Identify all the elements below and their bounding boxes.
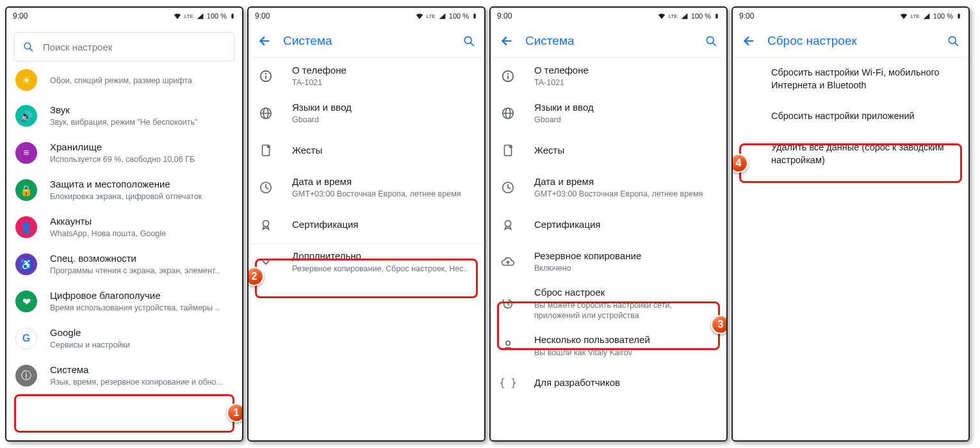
system-list: О телефонеTA-1021 Языки и вводGboard Жес… [491,58,726,440]
reset-icon [500,293,516,315]
wifi-icon [657,12,666,20]
wifi-icon [415,12,424,20]
settings-main-screen: 9:00 LTE 100 % Поиск настроек ☀ Обои, сп… [5,6,243,442]
clock-icon [257,177,274,198]
appbar: Сброс настроек [733,24,968,58]
system-users[interactable]: Несколько пользователейВы вошли как Vita… [491,327,726,364]
clock-icon [500,177,516,198]
system-list: О телефонеTA-1021 Языки и вводGboard Жес… [249,58,484,440]
statusbar: 9:00 LTE 100 % [249,8,484,24]
badge-icon [500,214,516,236]
search-placeholder: Поиск настроек [43,42,226,52]
battery-icon [471,12,478,20]
system-datetime[interactable]: Дата и времяGMT+03:00 Восточная Европа, … [249,169,484,206]
search-button[interactable] [705,35,717,47]
battery-icon [714,12,720,20]
back-button[interactable] [742,34,756,48]
step-badge-1: 1 [227,403,243,422]
accounts-icon: 👤 [15,216,37,238]
globe-icon [500,102,516,124]
statusbar: 9:00 LTE 100 % [6,8,242,24]
setting-system[interactable]: ⓘ Система Язык, время, резервное копиров… [6,357,242,394]
search-button[interactable] [947,35,960,47]
wifi-icon [173,12,182,20]
system-cert[interactable]: Сертификация [491,206,726,243]
reset-factory[interactable]: Удалить все данные (сброс к заводским на… [733,132,968,175]
wellbeing-icon: ❤ [15,291,37,312]
appbar: Система [491,24,726,58]
storage-icon: ≡ [15,142,37,164]
accessibility-icon: ♿ [15,253,37,275]
info-icon [257,65,274,87]
reset-network[interactable]: Сбросить настройки Wi-Fi, мобильного Инт… [733,58,968,100]
lock-icon: 🔒 [15,179,37,201]
settings-list: ☀ Обои, спящий режим, размер шрифта 🔊 Зв… [6,68,242,440]
setting-accounts[interactable]: 👤 Аккаунты WhatsApp, Нова пошта, Google [6,209,242,246]
setting-display[interactable]: ☀ Обои, спящий режим, размер шрифта [6,68,242,97]
status-battery: 100 % [207,12,227,20]
status-lte: LTE [184,13,193,19]
search-button[interactable] [462,35,475,47]
volume-icon: 🔊 [15,105,37,127]
setting-security[interactable]: 🔒 Защита и местоположение Блокировка экр… [6,172,242,209]
signal-icon [196,12,204,20]
status-time: 9:00 [13,12,28,20]
badge-icon [257,214,274,236]
system-lang[interactable]: Языки и вводGboard [249,95,484,132]
back-button[interactable] [257,34,272,48]
system-advanced[interactable]: ДополнительноРезервное копирование, Сбро… [249,243,484,280]
statusbar: 9:00 LTE 100 % [733,8,968,24]
reset-list: Сбросить настройки Wi-Fi, мобильного Инт… [733,58,968,440]
globe-icon [257,102,274,124]
search-icon [22,41,34,52]
page-title: Система [525,34,693,48]
gesture-icon [257,140,274,161]
battery-icon [956,12,962,20]
setting-accessibility[interactable]: ♿ Спец. возможности Программы чтения с э… [6,246,242,283]
system-lang[interactable]: Языки и вводGboard [491,95,726,132]
info-icon [500,65,516,87]
page-title: Система [283,34,451,48]
system-datetime[interactable]: Дата и времяGMT+03:00 Восточная Европа, … [491,169,726,206]
system-developer[interactable]: { } Для разработчиков [491,364,726,401]
statusbar: 9:00 LTE 100 % [491,8,726,24]
cloud-upload-icon [500,251,516,273]
setting-wellbeing[interactable]: ❤ Цифровое благополучие Время использова… [6,283,242,320]
system-screen-expanded: 9:00 LTE 100 % Система О телефонеTA-1021… [489,6,728,442]
setting-storage[interactable]: ≡ Хранилище Используется 69 %, свободно … [6,134,242,172]
reset-options-screen: 9:00 LTE 100 % Сброс настроек Сбросить н… [731,6,970,442]
system-gestures[interactable]: Жесты [491,132,726,169]
appbar: Система [249,24,484,58]
step-badge-3: 3 [711,315,728,334]
signal-icon [680,12,689,20]
back-button[interactable] [500,34,514,48]
google-icon: G [15,328,37,349]
system-cert[interactable]: Сертификация [249,206,484,243]
reset-apps[interactable]: Сбросить настройки приложений [733,100,968,132]
system-reset[interactable]: Сброс настроекВы можете сбросить настрой… [491,280,726,327]
setting-google[interactable]: G Google Сервисы и настройки [6,320,242,357]
system-icon: ⓘ [15,365,37,387]
signal-icon [922,12,931,20]
system-about[interactable]: О телефонеTA-1021 [249,58,484,95]
status-right: LTE 100 % [173,12,236,20]
battery-icon [229,12,236,20]
signal-icon [438,12,446,20]
user-icon [500,335,516,356]
settings-search[interactable]: Поиск настроек [14,32,234,61]
wifi-icon [899,12,908,20]
gesture-icon [500,140,516,161]
setting-sound[interactable]: 🔊 Звук Звук, вибрация, режим "Не беспоко… [6,97,242,134]
system-screen-collapsed: 9:00 LTE 100 % Система О телефонеTA-1021… [247,6,486,442]
developer-icon: { } [500,372,516,394]
page-title: Сброс настроек [767,34,935,48]
system-gestures[interactable]: Жесты [249,132,484,169]
system-about[interactable]: О телефонеTA-1021 [491,58,726,95]
display-icon: ☀ [15,69,37,91]
system-backup[interactable]: Резервное копированиеВключено [491,243,726,280]
